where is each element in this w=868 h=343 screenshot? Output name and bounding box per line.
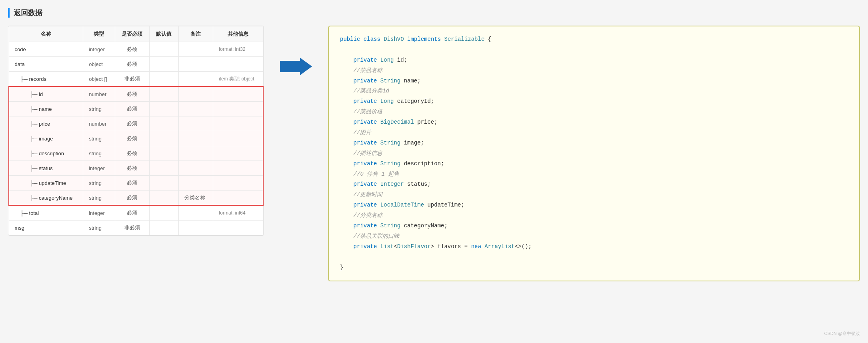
table-row: dataobject必须: [9, 57, 263, 72]
cell-required: 必须: [115, 146, 149, 161]
cell-name: ├─ total: [9, 205, 83, 221]
cell-type: number: [83, 86, 115, 102]
cell-other: [213, 131, 263, 146]
cell-required: 必须: [115, 102, 149, 116]
cell-remark: 分类名称: [178, 191, 213, 206]
code-line: [340, 45, 848, 55]
cell-other: [213, 57, 263, 72]
cell-other: [213, 116, 263, 131]
cell-name: ├─ updateTime: [9, 176, 83, 191]
code-line: private Long categoryId;: [340, 96, 848, 107]
cell-type: string: [83, 102, 115, 116]
code-line: //菜品分类id: [340, 86, 848, 96]
table-row: msgstring非必须: [9, 221, 263, 235]
cell-required: 必须: [115, 161, 149, 176]
cell-remark: [178, 205, 213, 221]
cell-default: [150, 86, 179, 102]
col-header-type: 类型: [83, 26, 115, 42]
watermark: CSDN @命中锁汝: [824, 331, 860, 337]
api-table: 名称 类型 是否必须 默认值 备注 其他信息 codeinteger必须form…: [8, 26, 264, 235]
cell-name: ├─ price: [9, 116, 83, 131]
cell-type: string: [83, 191, 115, 206]
cell-other: format: int64: [213, 205, 263, 221]
code-line: //菜品关联的口味: [340, 231, 848, 242]
code-line: //更新时间: [340, 190, 848, 200]
arrow-right: [280, 58, 312, 75]
cell-other: [213, 221, 263, 235]
cell-type: number: [83, 116, 115, 131]
cell-remark: [178, 146, 213, 161]
table-row: ├─ descriptionstring必须: [9, 146, 263, 161]
cell-other: [213, 102, 263, 116]
cell-type: object []: [83, 72, 115, 87]
cell-type: string: [83, 221, 115, 235]
col-header-required: 是否必须: [115, 26, 149, 42]
cell-remark: [178, 86, 213, 102]
arrow-section: [280, 58, 312, 75]
cell-required: 必须: [115, 42, 149, 57]
table-row: ├─ updateTimestring必须: [9, 176, 263, 191]
cell-remark: [178, 57, 213, 72]
cell-remark: [178, 221, 213, 235]
code-line: //菜品价格: [340, 107, 848, 117]
cell-default: [150, 102, 179, 116]
code-line: [340, 252, 848, 263]
cell-name: data: [9, 57, 83, 72]
cell-other: [213, 176, 263, 191]
cell-default: [150, 131, 179, 146]
cell-remark: [178, 72, 213, 87]
cell-default: [150, 116, 179, 131]
code-section: public class DishVO implements Serializa…: [328, 26, 860, 281]
cell-default: [150, 205, 179, 221]
cell-default: [150, 221, 179, 235]
cell-default: [150, 161, 179, 176]
cell-required: 必须: [115, 131, 149, 146]
code-line: private String name;: [340, 76, 848, 86]
table-row: ├─ recordsobject []非必须item 类型: object: [9, 72, 263, 87]
code-line: private LocalDateTime updateTime;: [340, 200, 848, 211]
cell-name: ├─ status: [9, 161, 83, 176]
cell-type: integer: [83, 161, 115, 176]
cell-required: 必须: [115, 176, 149, 191]
table-row: ├─ namestring必须: [9, 102, 263, 116]
code-line: public class DishVO implements Serializa…: [340, 34, 848, 45]
col-header-remark: 备注: [178, 26, 213, 42]
code-line: private String image;: [340, 138, 848, 148]
code-line: //图片: [340, 128, 848, 138]
code-line: //0 停售 1 起售: [340, 169, 848, 180]
code-line: //菜品名称: [340, 66, 848, 76]
cell-required: 必须: [115, 57, 149, 72]
cell-name: ├─ description: [9, 146, 83, 161]
cell-required: 非必须: [115, 221, 149, 235]
code-line: private String categoryName;: [340, 221, 848, 231]
cell-other: format: int32: [213, 42, 263, 57]
cell-required: 必须: [115, 116, 149, 131]
cell-remark: [178, 161, 213, 176]
cell-other: [213, 86, 263, 102]
code-line: private BigDecimal price;: [340, 117, 848, 128]
col-header-name: 名称: [9, 26, 83, 42]
arrow-head: [300, 58, 312, 75]
cell-type: string: [83, 146, 115, 161]
cell-other: [213, 191, 263, 206]
page-title: 返回数据: [8, 8, 860, 18]
cell-default: [150, 176, 179, 191]
code-line: }: [340, 263, 848, 273]
cell-remark: [178, 116, 213, 131]
cell-name: ├─ image: [9, 131, 83, 146]
cell-type: object: [83, 57, 115, 72]
table-row: ├─ totalinteger必须format: int64: [9, 205, 263, 221]
cell-remark: [178, 102, 213, 116]
code-line: private String description;: [340, 159, 848, 169]
cell-other: [213, 161, 263, 176]
cell-other: item 类型: object: [213, 72, 263, 87]
table-row: ├─ idnumber必须: [9, 86, 263, 102]
table-row: ├─ categoryNamestring必须分类名称: [9, 191, 263, 206]
cell-name: ├─ records: [9, 72, 83, 87]
table-section: 名称 类型 是否必须 默认值 备注 其他信息 codeinteger必须form…: [8, 26, 264, 236]
cell-required: 非必须: [115, 72, 149, 87]
code-line: //分类名称: [340, 211, 848, 221]
cell-type: integer: [83, 42, 115, 57]
cell-default: [150, 57, 179, 72]
cell-other: [213, 146, 263, 161]
